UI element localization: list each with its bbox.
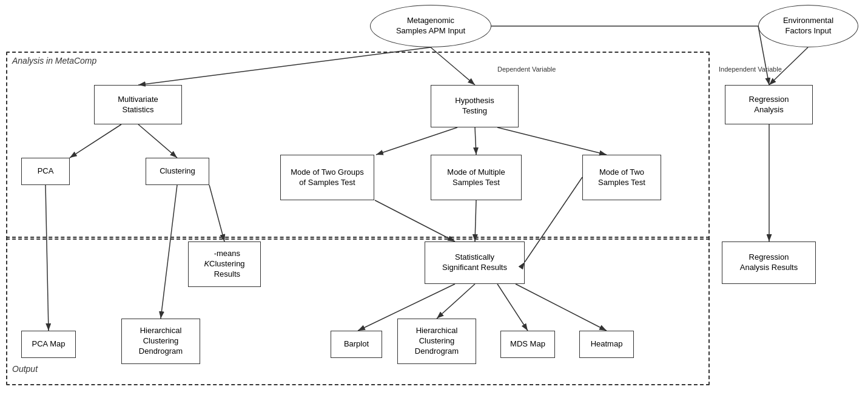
kmeans-label: K xyxy=(204,259,209,269)
independent-variable-label: Independent Variable xyxy=(719,66,782,73)
multivariate-stats-node: Multivariate Statistics xyxy=(94,85,182,124)
pca-map-node: PCA Map xyxy=(21,331,76,358)
mode-two-samples-node: Mode of Two Samples Test xyxy=(582,155,661,200)
clustering-node: Clustering xyxy=(146,158,209,185)
regression-analysis-node: Regression Analysis xyxy=(725,85,813,124)
heatmap-node: Heatmap xyxy=(579,331,634,358)
diagram-container: Analysis in MetaComp Output Metagenomic … xyxy=(0,0,868,395)
dependent-variable-label: Dependent Variable xyxy=(497,66,556,73)
mds-map-node: MDS Map xyxy=(500,331,555,358)
analysis-section-box xyxy=(6,52,710,240)
output-section-box xyxy=(6,237,710,385)
stat-significant-node: Statistically Significant Results xyxy=(425,241,525,284)
analysis-label: Analysis in MetaComp xyxy=(12,56,96,66)
regression-results-node: Regression Analysis Results xyxy=(722,241,816,284)
pca-node: PCA xyxy=(21,158,70,185)
env-factors-input-node: Environmental Factors Input xyxy=(758,5,858,47)
barplot-node: Barplot xyxy=(331,331,382,358)
output-label: Output xyxy=(12,364,38,374)
kmeans-node: K-meansClusteringResults xyxy=(188,241,261,287)
hypothesis-testing-node: Hypothesis Testing xyxy=(431,85,519,127)
mode-multiple-node: Mode of Multiple Samples Test xyxy=(431,155,522,200)
mode-two-groups-node: Mode of Two Groups of Samples Test xyxy=(280,155,374,200)
hier-cluster-dendro2-node: Hierarchical Clustering Dendrogram xyxy=(397,319,476,364)
metagenomic-input-node: Metagenomic Samples APM Input xyxy=(370,5,491,47)
hier-cluster-dendro-node: Hierarchical Clustering Dendrogram xyxy=(121,319,200,364)
